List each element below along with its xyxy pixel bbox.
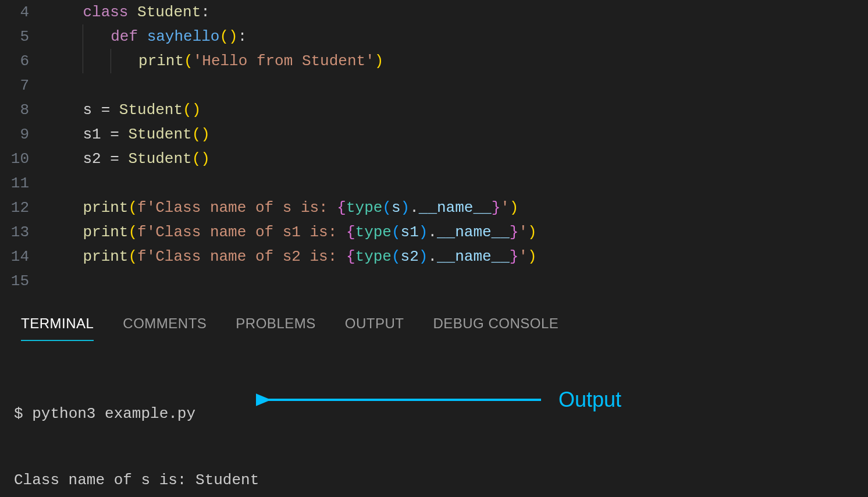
code-line[interactable]: 12 print(f'Class name of s is: {type(s).…: [0, 196, 868, 220]
code-line[interactable]: 7: [0, 73, 868, 98]
code-line[interactable]: 4 class Student:: [0, 0, 868, 24]
fstring-prefix: f: [137, 223, 147, 241]
builtin-print: print: [138, 52, 184, 70]
string-literal: Class name of s2 is:: [155, 248, 346, 265]
paren-close: ): [401, 199, 410, 216]
tab-output[interactable]: OUTPUT: [345, 315, 404, 341]
paren-close: ): [192, 101, 201, 119]
operator-eq: =: [101, 150, 129, 168]
paren-close: ): [201, 150, 210, 168]
brace-close: }: [510, 223, 519, 241]
code-line[interactable]: 6 print('Hello from Student'): [0, 49, 868, 73]
keyword-class: class: [83, 3, 128, 21]
dunder-name: __name__: [437, 223, 510, 241]
paren-open: (: [392, 248, 401, 265]
paren-open: (: [183, 101, 192, 119]
line-number: 10: [0, 147, 47, 171]
fstring-prefix: f: [137, 248, 147, 265]
paren-open: (: [392, 223, 401, 241]
terminal-panel[interactable]: $ python3 example.py Class name of s is:…: [0, 341, 868, 497]
quote: ': [147, 248, 156, 265]
variable: s: [83, 101, 92, 119]
brace-open: {: [346, 223, 355, 241]
paren-open: (: [128, 223, 137, 241]
tab-debug-console[interactable]: DEBUG CONSOLE: [433, 315, 558, 341]
line-number: 9: [0, 122, 47, 147]
variable: s1: [83, 126, 101, 143]
code-line[interactable]: 9 s1 = Student(): [0, 122, 868, 147]
tab-problems[interactable]: PROBLEMS: [236, 315, 315, 341]
variable: s: [392, 199, 401, 216]
line-number: 6: [0, 49, 47, 73]
quote: ': [147, 199, 156, 216]
brace-close: }: [510, 248, 519, 265]
paren-open: (: [128, 199, 137, 216]
dunder-name: __name__: [437, 248, 510, 265]
paren-open: (: [184, 52, 193, 70]
line-number: 8: [0, 98, 47, 122]
annotation-label: Output: [558, 389, 621, 411]
paren-close: ): [375, 52, 384, 70]
code-line[interactable]: 14 print(f'Class name of s2 is: {type(s2…: [0, 244, 868, 269]
arrow-left-icon: [256, 391, 547, 409]
classname: Student: [128, 150, 191, 168]
line-number: 13: [0, 220, 47, 244]
fstring-prefix: f: [137, 199, 147, 216]
dot: .: [428, 248, 437, 265]
code-line[interactable]: 5 def sayhello():: [0, 24, 868, 49]
dunder-name: __name__: [419, 199, 492, 216]
code-editor[interactable]: 4 class Student: 5 def sayhello(): 6 pri…: [0, 0, 868, 293]
terminal-prompt: $: [14, 405, 32, 423]
variable: s2: [401, 248, 419, 265]
paren-close: ): [510, 199, 519, 216]
string-literal: Class name of s1 is:: [155, 223, 346, 241]
variable: s1: [401, 223, 419, 241]
quote: ': [147, 223, 156, 241]
operator-eq: =: [92, 101, 119, 119]
string-literal: 'Hello from Student': [193, 52, 375, 70]
code-line[interactable]: 11: [0, 171, 868, 196]
builtin-type: type: [346, 199, 382, 216]
paren-close: ): [528, 248, 537, 265]
classname: Student: [137, 3, 201, 21]
panel-tabs: TERMINAL COMMENTS PROBLEMS OUTPUT DEBUG …: [0, 305, 868, 341]
classname: Student: [119, 101, 183, 119]
paren-close: ): [528, 223, 537, 241]
terminal-command: python3 example.py: [32, 405, 195, 423]
function-name: sayhello: [147, 28, 220, 45]
code-line[interactable]: 10 s2 = Student(): [0, 147, 868, 171]
quote: ': [518, 248, 528, 265]
brace-open: {: [337, 199, 346, 216]
quote: ': [518, 223, 528, 241]
paren-close: ): [201, 126, 210, 143]
paren-close: ): [419, 248, 428, 265]
builtin-type: type: [355, 248, 392, 265]
builtin-type: type: [355, 223, 392, 241]
paren-open: (: [192, 126, 201, 143]
paren-open: (: [219, 28, 229, 45]
line-number: 4: [0, 0, 47, 24]
annotation-output: Output: [256, 389, 621, 411]
line-number: 14: [0, 244, 47, 269]
brace-open: {: [346, 248, 355, 265]
dot: .: [428, 223, 437, 241]
code-line[interactable]: 13 print(f'Class name of s1 is: {type(s1…: [0, 220, 868, 244]
code-line[interactable]: 15: [0, 269, 868, 293]
dot: .: [410, 199, 419, 216]
tab-comments[interactable]: COMMENTS: [123, 315, 207, 341]
line-number: 15: [0, 269, 47, 293]
tab-terminal[interactable]: TERMINAL: [21, 315, 94, 341]
operator-eq: =: [101, 126, 129, 143]
paren-open: (: [128, 248, 137, 265]
builtin-print: print: [83, 199, 128, 216]
line-number: 7: [0, 73, 47, 98]
line-number: 11: [0, 171, 47, 196]
classname: Student: [128, 126, 191, 143]
variable: s2: [83, 150, 101, 168]
colon: :: [201, 3, 210, 21]
line-number: 5: [0, 24, 47, 49]
line-number: 12: [0, 196, 47, 220]
code-line[interactable]: 8 s = Student(): [0, 98, 868, 122]
keyword-def: def: [111, 28, 138, 45]
paren-open: (: [192, 150, 201, 168]
